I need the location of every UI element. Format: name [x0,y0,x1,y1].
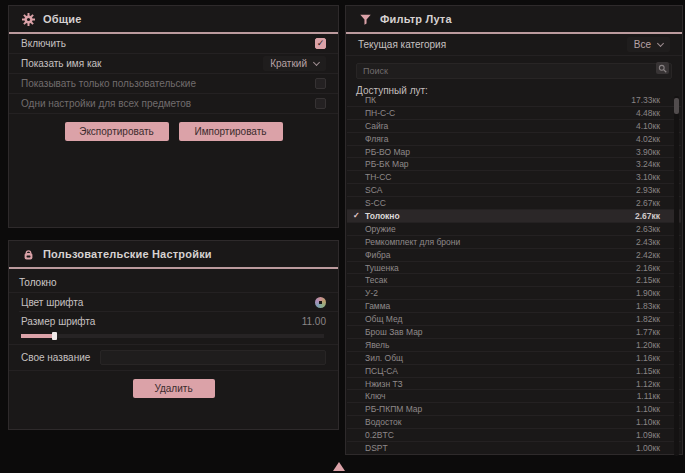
loot-item-name: Сайга [365,121,388,131]
loot-item-name: РБ-ВО Мар [365,147,410,157]
loot-item-row[interactable]: ✓ РБ-ПКПМ Мар 1.10кк [347,403,681,416]
show-name-select[interactable]: Краткий [263,56,326,71]
loot-item-row[interactable]: ✓ Общ Мед 1.82кк [347,313,681,326]
loot-item-name: Фляга [365,134,388,144]
loot-item-name: Тушенка [365,263,399,273]
loot-item-name: S-СС [365,198,386,208]
loot-item-row[interactable]: ✓ У-2 1.90кк [347,287,681,300]
loot-item-name: ПН-С-С [365,108,395,118]
loot-item-name: Фибра [365,250,391,260]
loot-item-row[interactable]: ✓ ПН-С-С 4.48кк [347,107,681,120]
scrollbar-thumb[interactable] [674,98,679,114]
loot-item-row[interactable]: ✓ Явель 1.20кк [347,339,681,352]
loot-item-row[interactable]: ✓ Оружие 2.63кк [347,223,681,236]
loot-item-row[interactable]: ✓ 0.2BTC 1.09кк [347,429,681,442]
panel-loot-filter-header: Фильтр Лута [346,6,682,32]
header-divider [346,32,682,34]
enable-checkbox[interactable]: ✓ [315,38,326,49]
panel-user-settings-header: Пользовательские Настройки [9,241,338,267]
loot-item-row[interactable]: ✓ Тесак 2.15кк [347,274,681,287]
loot-item-name: Оружие [365,224,396,234]
show-name-value: Краткий [270,58,307,69]
enable-row: Включить ✓ [9,34,338,54]
app-window: Общие Включить ✓ Показать имя как Кратки… [0,0,685,473]
loot-item-name: ТН-СС [365,172,391,182]
same-settings-checkbox[interactable] [315,98,326,109]
only-custom-checkbox[interactable] [315,78,326,89]
loot-item-name: Общ Мед [365,314,403,324]
export-button[interactable]: Экспортировать [65,122,169,141]
same-settings-row: Одни настройки для всех предметов [9,94,338,114]
loot-item-name: Гамма [365,301,390,311]
panel-user-settings: Пользовательские Настройки Толокно Цвет … [8,240,339,430]
search-field [356,60,672,79]
loot-item-row[interactable]: ✓ Фляга 4.02кк [347,133,681,146]
category-select[interactable]: Все [627,37,670,52]
color-wheel-icon[interactable] [315,297,326,308]
search-input[interactable] [356,63,672,79]
category-label: Текущая категория [358,39,446,50]
font-color-row: Цвет шрифта [19,293,338,312]
check-icon: ✓ [353,211,362,220]
check-icon: ✓ [317,39,325,48]
gear-icon [21,12,35,26]
loot-item-row[interactable]: ✓ ПК 17.33кк [347,94,681,107]
loot-item-name: Брош Зав Мар [365,327,423,337]
loot-item-row[interactable]: ✓ Ключ 1.11кк [347,390,681,403]
delete-row: Удалить [9,371,338,404]
panel-general-title: Общие [43,13,82,25]
selected-item-name: Толокно [9,269,338,293]
loot-item-row[interactable]: ✓ Сайга 4.10кк [347,120,681,133]
loot-item-name: Водосток [365,417,401,427]
slider-handle[interactable] [52,332,57,340]
loot-item-row[interactable]: ✓ РБ-БК Мар 3.24кк [347,158,681,171]
custom-name-input[interactable] [100,350,326,365]
loot-item-row[interactable]: ✓ Нжизн ТЗ 1.12кк [347,378,681,391]
same-settings-label: Одни настройки для всех предметов [21,98,191,109]
loot-item-row[interactable]: ✓ Ремкомплект для брони 2.43кк [347,236,681,249]
loot-item-row[interactable]: ✓ Водосток 1.10кк [347,416,681,429]
loot-item-name: РБ-ПКПМ Мар [365,404,422,414]
font-size-value: 11.00 [302,316,326,327]
loot-item-name: Тесак [365,275,387,285]
custom-name-label: Свое название [21,352,90,363]
search-icon[interactable] [656,62,669,74]
loot-item-name: Ключ [365,391,386,401]
slider-fill [21,334,55,338]
panel-user-settings-title: Пользовательские Настройки [43,248,212,260]
scrollbar-track[interactable] [674,96,679,456]
import-button[interactable]: Импортировать [179,122,283,141]
loot-item-name: DSPT [365,443,388,453]
funnel-icon [358,12,372,26]
resize-handle[interactable] [333,462,345,471]
custom-name-row: Свое название [9,345,338,371]
import-export-row: Экспортировать Импортировать [9,114,338,147]
category-value: Все [634,39,651,50]
font-size-row: Размер шрифта 11.00 [19,312,338,331]
loot-item-name: Толокно [365,211,400,221]
header-divider [9,32,338,34]
loot-item-name: Явель [365,340,389,350]
panel-loot-filter-title: Фильтр Лута [380,13,452,25]
loot-item-row[interactable]: ✓ Толокно 2.67кк [347,210,681,223]
panel-general: Общие Включить ✓ Показать имя как Кратки… [8,5,339,228]
loot-item-row[interactable]: ✓ Зил. Общ 1.16кк [347,352,681,365]
loot-list: ✓ ПК 17.33кк ✓ ПН-С-С 4.48кк ✓ Сайга 4.1… [347,94,681,453]
loot-item-row[interactable]: ✓ РБ-ВО Мар 3.90кк [347,146,681,159]
loot-item-row[interactable]: ✓ ТН-СС 3.10кк [347,171,681,184]
loot-item-row[interactable]: ✓ Гамма 1.83кк [347,300,681,313]
show-name-label: Показать имя как [21,58,101,69]
loot-item-row[interactable]: ✓ Фибра 2.42кк [347,249,681,262]
loot-item-row[interactable]: ✓ Брош Зав Мар 1.77кк [347,326,681,339]
loot-item-row[interactable]: ✓ SCA 2.93кк [347,184,681,197]
delete-button[interactable]: Удалить [133,379,215,398]
loot-item-row[interactable]: ✓ S-СС 2.67кк [347,197,681,210]
category-row: Текущая категория Все [346,34,682,56]
only-custom-label: Показывать только пользовательские [21,78,196,89]
font-size-slider[interactable] [21,334,324,338]
loot-item-name: У-2 [365,288,378,298]
loot-item-row[interactable]: ✓ ПСЦ-СА 1.15кк [347,365,681,378]
loot-item-row[interactable]: ✓ Тушенка 2.16кк [347,262,681,275]
loot-item-row[interactable]: ✓ DSPT 1.00кк [347,442,681,453]
loot-item-name: Нжизн ТЗ [365,379,403,389]
